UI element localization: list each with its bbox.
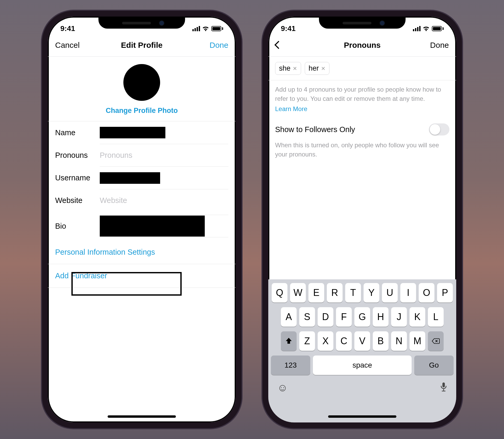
key-y[interactable]: Y xyxy=(364,283,379,302)
name-label: Name xyxy=(55,128,100,137)
key-k[interactable]: K xyxy=(410,307,425,327)
key-i[interactable]: I xyxy=(400,283,416,302)
notch xyxy=(98,16,185,29)
pronouns-placeholder: Pronouns xyxy=(100,151,132,160)
profile-photo-section: Change Profile Photo xyxy=(48,57,236,121)
status-time: 9:41 xyxy=(281,24,296,33)
phone-edit-profile: 9:41 Cancel Edit Profile Done Change Pro… xyxy=(42,11,242,428)
add-fundraiser-link[interactable]: Add Fundraiser xyxy=(48,264,236,288)
cellular-icon xyxy=(192,26,200,31)
page-title: Pronouns xyxy=(344,41,381,50)
shift-key[interactable] xyxy=(281,331,297,351)
key-m[interactable]: M xyxy=(410,331,425,351)
back-button[interactable] xyxy=(276,41,304,50)
remove-chip-icon[interactable]: ✕ xyxy=(293,65,297,72)
svg-rect-0 xyxy=(442,383,445,388)
key-q[interactable]: Q xyxy=(272,283,287,302)
pronoun-chip[interactable]: she✕ xyxy=(275,62,301,75)
pronouns-row[interactable]: Pronouns Pronouns xyxy=(48,144,236,166)
done-button[interactable]: Done xyxy=(420,41,449,50)
key-j[interactable]: J xyxy=(391,307,407,327)
key-z[interactable]: Z xyxy=(299,331,315,351)
numbers-key[interactable]: 123 xyxy=(271,356,310,375)
pronoun-chips[interactable]: she✕ her✕ xyxy=(268,57,456,80)
website-label: Website xyxy=(55,196,100,205)
emoji-key[interactable]: ☺ xyxy=(277,382,288,394)
name-row[interactable]: Name xyxy=(48,121,236,144)
key-v[interactable]: V xyxy=(354,331,370,351)
done-button[interactable]: Done xyxy=(200,41,228,50)
avatar[interactable] xyxy=(123,64,160,101)
nav-bar: Pronouns Done xyxy=(268,35,456,57)
cellular-icon xyxy=(413,26,421,31)
go-key[interactable]: Go xyxy=(414,356,454,375)
backspace-key[interactable] xyxy=(428,331,444,351)
key-a[interactable]: A xyxy=(281,307,297,327)
change-photo-button[interactable]: Change Profile Photo xyxy=(106,107,178,115)
bio-label: Bio xyxy=(55,222,100,231)
username-label: Username xyxy=(55,174,100,182)
notch xyxy=(319,16,406,29)
remove-chip-icon[interactable]: ✕ xyxy=(321,65,326,72)
name-value-redacted xyxy=(100,127,165,138)
personal-info-link[interactable]: Personal Information Settings xyxy=(48,241,236,264)
key-h[interactable]: H xyxy=(373,307,388,327)
wifi-icon xyxy=(202,26,209,31)
pronouns-label: Pronouns xyxy=(55,151,100,160)
hint-text: Add up to 4 pronouns to your profile so … xyxy=(268,80,456,114)
phone-pronouns: 9:41 Pronouns Done she✕ her✕ Add up to 4… xyxy=(262,11,462,428)
key-n[interactable]: N xyxy=(391,331,407,351)
website-row[interactable]: Website Website xyxy=(48,189,236,212)
pronoun-chip[interactable]: her✕ xyxy=(305,62,329,75)
username-row[interactable]: Username xyxy=(48,166,236,189)
space-key[interactable]: space xyxy=(313,356,412,375)
key-e[interactable]: E xyxy=(308,283,324,302)
home-indicator[interactable] xyxy=(108,415,176,418)
battery-icon xyxy=(432,26,444,31)
dictation-key[interactable] xyxy=(440,382,447,394)
page-title: Edit Profile xyxy=(121,41,162,50)
learn-more-link[interactable]: Learn More xyxy=(275,104,449,114)
followers-only-toggle[interactable] xyxy=(429,123,449,135)
cancel-button[interactable]: Cancel xyxy=(55,41,84,50)
key-u[interactable]: U xyxy=(382,283,398,302)
nav-bar: Cancel Edit Profile Done xyxy=(48,35,236,57)
chevron-left-icon xyxy=(274,41,282,49)
status-time: 9:41 xyxy=(60,24,75,33)
website-placeholder: Website xyxy=(100,196,127,205)
key-w[interactable]: W xyxy=(290,283,306,302)
bio-value-redacted xyxy=(100,216,205,237)
battery-icon xyxy=(211,26,223,31)
key-l[interactable]: L xyxy=(428,307,444,327)
username-value-redacted xyxy=(100,172,160,184)
keyboard[interactable]: QWERTYUIOP ASDFGHJKL ZXCVBNM 123 space G… xyxy=(268,279,456,422)
followers-only-row: Show to Followers Only xyxy=(268,114,456,141)
key-g[interactable]: G xyxy=(354,307,370,327)
key-t[interactable]: T xyxy=(345,283,361,302)
toggle-label: Show to Followers Only xyxy=(275,125,355,134)
key-c[interactable]: C xyxy=(336,331,352,351)
key-x[interactable]: X xyxy=(318,331,333,351)
key-r[interactable]: R xyxy=(327,283,343,302)
key-b[interactable]: B xyxy=(373,331,388,351)
key-o[interactable]: O xyxy=(419,283,434,302)
key-f[interactable]: F xyxy=(336,307,352,327)
key-p[interactable]: P xyxy=(437,283,453,302)
key-s[interactable]: S xyxy=(299,307,315,327)
key-d[interactable]: D xyxy=(318,307,333,327)
wifi-icon xyxy=(423,26,430,31)
bio-row[interactable]: Bio xyxy=(48,212,236,241)
home-indicator[interactable] xyxy=(328,415,396,418)
toggle-subtext: When this is turned on, only people who … xyxy=(268,141,456,164)
